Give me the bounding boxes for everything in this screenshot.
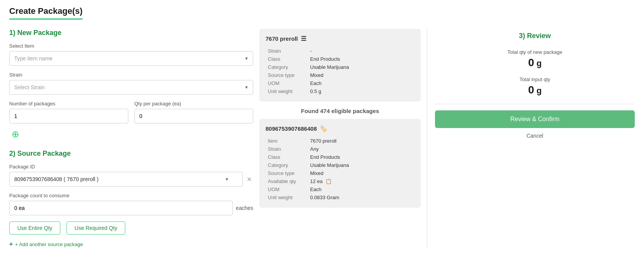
source-category-value: Usable Marijuana <box>308 161 415 169</box>
eligible-packages-header: Found 474 eligible packages <box>259 108 421 114</box>
select-item-group: Select Item Type item name <box>9 43 253 66</box>
source-package-title: 2) Source Package <box>9 150 253 158</box>
source-strain-label: Strain <box>266 145 308 153</box>
qty-per-package-input[interactable] <box>134 109 254 123</box>
source-unit-weight-value: 0.0833 Gram <box>308 193 415 201</box>
use-required-qty-button[interactable]: Use Required Qty <box>66 221 125 235</box>
package-count-input[interactable] <box>9 201 233 215</box>
source-available-qty-label: Available qty <box>266 177 308 185</box>
source-package-section: 2) Source Package Package ID 80967539076… <box>9 150 253 248</box>
num-packages-label: Number of packages <box>9 101 128 107</box>
package-id-group: Package ID 8096753907686408 ( 7670 prero… <box>9 164 253 186</box>
source-item-value: 7670 preroll <box>308 137 415 145</box>
item-category-row: Category Usable Marijuana <box>266 63 415 71</box>
item-source-type-label: Source type <box>266 71 308 79</box>
select-item-dropdown[interactable]: Type item name <box>9 51 253 66</box>
source-class-value: End Products <box>308 153 415 161</box>
item-source-type-row: Source type Mixed <box>266 71 415 79</box>
item-strain-value: - <box>308 47 415 55</box>
package-id-dropdown[interactable]: 8096753907686408 ( 7670 preroll ) <box>9 172 243 186</box>
plus-circle-icon: ⊕ <box>12 129 19 140</box>
num-packages-input[interactable] <box>9 109 128 123</box>
total-input-qty-value: 0 g <box>435 84 635 96</box>
total-qty-value: 0 g <box>435 57 635 69</box>
review-section: 3) Review Total qty of new package 0 g T… <box>435 29 635 142</box>
source-uom-row: UOM Each <box>266 185 415 193</box>
source-unit-weight-row: Unit weight 0.0833 Gram <box>266 193 415 201</box>
num-packages-group: Number of packages <box>9 101 128 123</box>
package-id-label: Package ID <box>9 164 253 170</box>
new-package-section: 1) New Package Select Item Type item nam… <box>9 29 253 140</box>
package-count-group: Package count to consume eaches <box>9 193 253 215</box>
use-entire-qty-button[interactable]: Use Entire Qty <box>9 221 60 235</box>
source-package-card: 8096753907686408 🏷️ Item 7670 preroll St… <box>259 119 421 208</box>
strain-dropdown[interactable]: Select Strain <box>9 80 253 95</box>
item-class-label: Class <box>266 55 308 63</box>
source-available-qty-value: 12 ea 📋 <box>308 177 415 185</box>
item-source-type-value: Mixed <box>308 71 415 79</box>
source-strain-row: Strain Any <box>266 145 415 153</box>
clear-package-button[interactable]: ✕ <box>245 174 253 185</box>
source-strain-value: Any <box>308 145 415 153</box>
source-item-label: Item <box>266 137 308 145</box>
total-qty-label: Total qty of new package <box>435 49 635 55</box>
page-title: Create Package(s) <box>9 6 83 20</box>
source-uom-label: UOM <box>266 185 308 193</box>
item-unit-weight-row: Unit weight 0.5 g <box>266 87 415 95</box>
cancel-button[interactable]: Cancel <box>435 133 635 139</box>
item-strain-label: Strain <box>266 47 308 55</box>
strain-group: Strain Select Strain <box>9 72 253 95</box>
item-class-row: Class End Products <box>266 55 415 63</box>
select-item-label: Select Item <box>9 43 253 49</box>
qty-per-package-group: Qty per package (ea) <box>134 101 254 123</box>
package-count-unit: eaches <box>236 205 253 211</box>
total-input-qty-label: Total input qty <box>435 77 635 82</box>
source-available-qty-row: Available qty 12 ea 📋 <box>266 177 415 185</box>
add-source-package-button[interactable]: + + Add another source package <box>9 241 83 248</box>
item-uom-row: UOM Each <box>266 79 415 87</box>
source-category-label: Category <box>266 161 308 169</box>
tag-icon: 🏷️ <box>320 125 327 132</box>
item-unit-weight-value: 0.5 g <box>308 87 415 95</box>
source-source-type-label: Source type <box>266 169 308 177</box>
add-package-button[interactable]: ⊕ <box>9 128 22 140</box>
item-category-label: Category <box>266 63 308 71</box>
item-unit-weight-label: Unit weight <box>266 87 308 95</box>
add-source-label: + Add another source package <box>15 241 83 247</box>
strain-label: Strain <box>9 72 253 78</box>
add-source-icon: + <box>9 241 13 248</box>
qty-per-package-label: Qty per package (ea) <box>134 101 254 107</box>
copy-icon: 📋 <box>325 178 332 184</box>
source-source-type-value: Mixed <box>308 169 415 177</box>
source-category-row: Category Usable Marijuana <box>266 161 415 169</box>
item-uom-label: UOM <box>266 79 308 87</box>
review-title: 3) Review <box>435 32 635 40</box>
item-class-value: End Products <box>308 55 415 63</box>
item-category-value: Usable Marijuana <box>308 63 415 71</box>
item-strain-row: Strain - <box>266 47 415 55</box>
item-card-title: 7670 preroll <box>266 35 298 42</box>
new-package-title: 1) New Package <box>9 29 253 37</box>
source-unit-weight-label: Unit weight <box>266 193 308 201</box>
item-info-card: 7670 preroll ☰ Strain - Class End Produc… <box>259 29 421 102</box>
source-uom-value: Each <box>308 185 415 193</box>
list-icon: ☰ <box>301 35 306 42</box>
source-source-type-row: Source type Mixed <box>266 169 415 177</box>
item-uom-value: Each <box>308 79 415 87</box>
review-confirm-button[interactable]: Review & Confirm <box>435 110 635 128</box>
source-card-title: 8096753907686408 <box>266 125 317 132</box>
source-item-row: Item 7670 preroll <box>266 137 415 145</box>
source-class-row: Class End Products <box>266 153 415 161</box>
source-class-label: Class <box>266 153 308 161</box>
package-count-label: Package count to consume <box>9 193 253 198</box>
